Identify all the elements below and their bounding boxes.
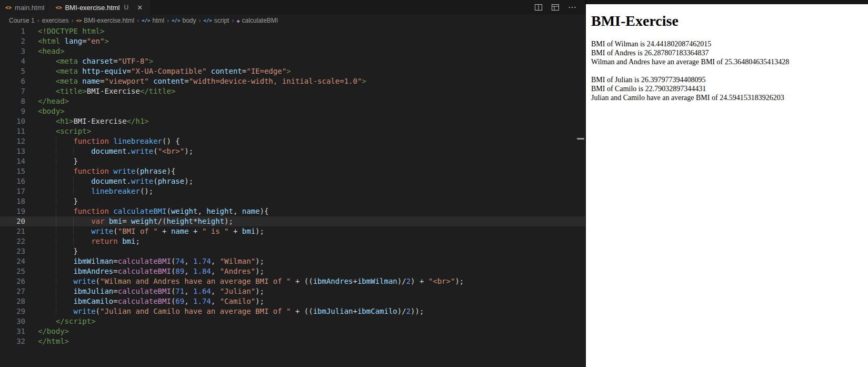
code-line[interactable]: 27 ibmJulian=calculateBMI(71, 1.64, "Jul… [0, 286, 585, 296]
line-number[interactable]: 30 [0, 316, 25, 326]
preview-text-line: BMI of Andres is 26.287807183364837 [591, 48, 863, 57]
breadcrumb-separator: › [197, 17, 203, 24]
breadcrumb-item-calculatebmi[interactable]: calculateBMI [236, 17, 278, 24]
breadcrumb-label: BMI-exercise.html [84, 17, 134, 24]
code-line[interactable]: 26 write("Wilman and Andres have an aver… [0, 276, 585, 286]
code-editor[interactable]: 1<!DOCTYPE html>2<html lang="en">3<head>… [0, 26, 585, 367]
line-number[interactable]: 5 [0, 66, 25, 76]
code-line[interactable]: 14 } [0, 156, 585, 166]
line-number[interactable]: 13 [0, 146, 25, 156]
tab-bmi-exercise-html[interactable]: BMI-exercise.html U ✕ [50, 0, 149, 15]
code-line[interactable]: 7 <title>BMI-Exercise</title> [0, 86, 585, 96]
code-line[interactable]: 25 ibmAndres=calculateBMI(89, 1.84, "And… [0, 266, 585, 276]
code-line[interactable]: 32</html> [0, 336, 585, 346]
line-number[interactable]: 10 [0, 116, 25, 126]
line-number[interactable]: 6 [0, 76, 25, 86]
line-number[interactable]: 9 [0, 106, 25, 116]
code-line[interactable]: 20 var bmi= weight/(height*height); [0, 216, 585, 226]
code-line[interactable]: 30 </script> [0, 316, 585, 326]
code-line[interactable]: 5 <meta http-equiv="X-UA-Compatible" con… [0, 66, 585, 76]
code-line[interactable]: 9<body> [0, 106, 585, 116]
breadcrumb-item-bmi-exercise-html[interactable]: BMI-exercise.html [75, 17, 135, 24]
breadcrumb-item-html[interactable]: html [141, 17, 165, 24]
code-line[interactable]: 6 <meta name="viewport" content="width=d… [0, 76, 585, 86]
line-number[interactable]: 32 [0, 336, 25, 346]
code-line[interactable]: 19 function calculateBMI(weight, height,… [0, 206, 585, 216]
line-number[interactable]: 7 [0, 86, 25, 96]
preview-text-line: Julian and Camilo have an average BMI of… [591, 93, 863, 102]
line-number[interactable]: 27 [0, 286, 25, 296]
line-number[interactable]: 22 [0, 236, 25, 246]
git-status-badge: U [124, 4, 128, 11]
breadcrumb-item-course-1[interactable]: Course 1 [8, 17, 35, 24]
customize-layout-icon[interactable] [551, 3, 560, 12]
vscode-window: main.html BMI-exercise.html U ✕ ⋯ Course… [0, 0, 868, 367]
preview-page-title: BMI-Exercise [591, 13, 863, 29]
line-number[interactable]: 1 [0, 26, 25, 36]
code-line[interactable]: 12 function linebreaker() { [0, 136, 585, 146]
code-line[interactable]: 29 write("Julian and Camilo have an aver… [0, 306, 585, 316]
preview-text-line [591, 66, 863, 75]
tab-bar: main.html BMI-exercise.html U ✕ ⋯ [0, 0, 585, 15]
code-line[interactable]: 18 } [0, 196, 585, 206]
code-line[interactable]: 23 } [0, 246, 585, 256]
more-actions-icon[interactable]: ⋯ [568, 3, 577, 12]
element-icon [142, 18, 150, 23]
line-number[interactable]: 21 [0, 226, 25, 236]
code-line[interactable]: 24 ibmWilman=calculateBMI(74, 1.74, "Wil… [0, 256, 585, 266]
code-line[interactable]: 3<head> [0, 46, 585, 56]
preview-text-line: BMI of Julian is 26.397977394408095 [591, 75, 863, 84]
code-line[interactable]: 28 ibmCamilo=calculateBMI(69, 1.74, "Cam… [0, 296, 585, 306]
breadcrumb-label: html [153, 17, 165, 24]
line-number[interactable]: 4 [0, 56, 25, 66]
code-line[interactable]: 4 <meta charset="UTF-8"> [0, 56, 585, 66]
code-line[interactable]: 8</head> [0, 96, 585, 106]
element-icon [172, 18, 180, 23]
line-number[interactable]: 20 [0, 216, 25, 226]
breadcrumb-item-body[interactable]: body [171, 17, 196, 24]
element-icon [204, 18, 212, 23]
line-number[interactable]: 12 [0, 136, 25, 146]
breadcrumb-separator: › [69, 17, 75, 24]
line-number[interactable]: 14 [0, 156, 25, 166]
code-line[interactable]: 1<!DOCTYPE html> [0, 26, 585, 36]
line-number[interactable]: 2 [0, 36, 25, 46]
code-line[interactable]: 15 function write(phrase){ [0, 166, 585, 176]
code-line[interactable]: 2<html lang="en"> [0, 36, 585, 46]
code-line[interactable]: 10 <h1>BMI-Exercise</h1> [0, 116, 585, 126]
sash-handle[interactable] [577, 138, 584, 140]
breadcrumb-item-exercises[interactable]: exercises [42, 17, 69, 24]
line-number[interactable]: 17 [0, 186, 25, 196]
breadcrumb-label: calculateBMI [242, 17, 278, 24]
line-number[interactable]: 18 [0, 196, 25, 206]
code-line[interactable]: 16 document.write(phrase); [0, 176, 585, 186]
code-line[interactable]: 31</body> [0, 326, 585, 336]
breadcrumb-label: script [214, 17, 230, 24]
code-line[interactable]: 13 document.write("<br>"); [0, 146, 585, 156]
split-editor-icon[interactable] [534, 3, 543, 12]
tab-label: BMI-exercise.html [65, 4, 119, 12]
editor-pane: main.html BMI-exercise.html U ✕ ⋯ Course… [0, 0, 586, 367]
code-line[interactable]: 21 write("BMI of " + name + " is " + bmi… [0, 226, 585, 236]
line-number[interactable]: 23 [0, 246, 25, 256]
line-number[interactable]: 8 [0, 96, 25, 106]
line-number[interactable]: 19 [0, 206, 25, 216]
line-number[interactable]: 24 [0, 256, 25, 266]
line-number[interactable]: 29 [0, 306, 25, 316]
line-number[interactable]: 16 [0, 176, 25, 186]
line-number[interactable]: 31 [0, 326, 25, 336]
tab-main-html[interactable]: main.html [0, 0, 50, 15]
preview-text-line: BMI of Camilo is 22.79032897344431 [591, 84, 863, 93]
line-number[interactable]: 25 [0, 266, 25, 276]
line-number[interactable]: 28 [0, 296, 25, 306]
preview-content: BMI-Exercise BMI of Wilman is 24.4418020… [586, 4, 868, 102]
code-line[interactable]: 11 <script> [0, 126, 585, 136]
close-tab-icon[interactable]: ✕ [136, 4, 144, 12]
breadcrumb-item-script[interactable]: script [203, 17, 230, 24]
line-number[interactable]: 15 [0, 166, 25, 176]
code-line[interactable]: 17 linebreaker(); [0, 186, 585, 196]
line-number[interactable]: 26 [0, 276, 25, 286]
line-number[interactable]: 11 [0, 126, 25, 136]
line-number[interactable]: 3 [0, 46, 25, 56]
code-line[interactable]: 22 return bmi; [0, 236, 585, 246]
